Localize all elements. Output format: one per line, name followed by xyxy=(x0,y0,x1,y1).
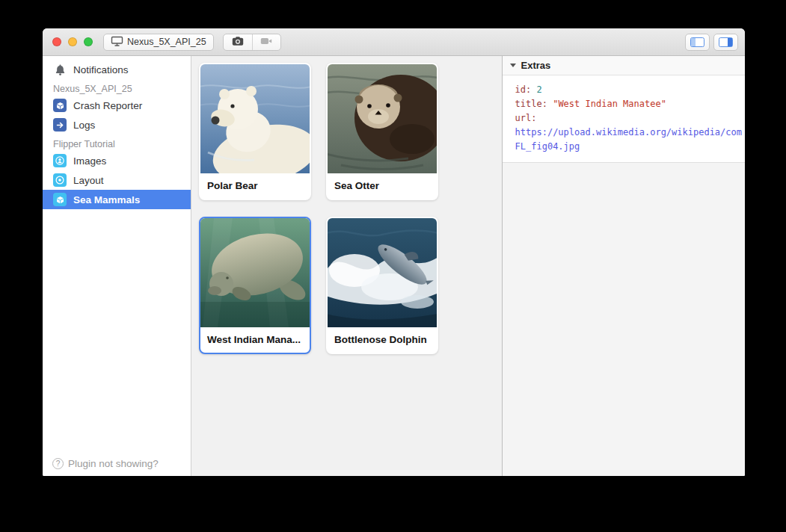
device-selector-label: Nexus_5X_API_25 xyxy=(127,37,206,47)
extras-title: Extras xyxy=(521,60,551,71)
card-west-indian-manatee[interactable]: West Indian Mana... xyxy=(199,217,311,354)
window-controls xyxy=(52,37,93,46)
json-line-title: title: "West Indian Manatee" xyxy=(515,97,742,111)
minimize-button[interactable] xyxy=(68,37,77,46)
window-content: Notifications Nexus_5X_API_25 Crash Repo… xyxy=(43,56,745,476)
titlebar: Nexus_5X_API_25 xyxy=(43,28,745,56)
device-selector-button[interactable]: Nexus_5X_API_25 xyxy=(103,34,214,51)
panel-toggles xyxy=(685,34,738,51)
card-sea-otter[interactable]: Sea Otter xyxy=(326,63,438,200)
card-title: Bottlenose Dolphin xyxy=(328,327,437,353)
bell-icon xyxy=(53,63,67,76)
plugin-not-showing-label: Plugin not showing? xyxy=(68,458,159,469)
screenshot-button[interactable] xyxy=(224,34,252,50)
manatee-photo xyxy=(200,218,310,327)
sidebar-item-label: Notifications xyxy=(73,64,129,75)
card-polar-bear[interactable]: Polar Bear xyxy=(199,63,311,200)
sidebar-item-notifications[interactable]: Notifications xyxy=(43,60,191,79)
extras-json-view: id: 2 title: "West Indian Manatee" url: … xyxy=(503,75,745,163)
card-title: West Indian Mana... xyxy=(200,327,310,353)
cube-icon xyxy=(53,193,67,206)
sidebar-item-label: Logs xyxy=(73,120,95,131)
left-panel-toggle-icon xyxy=(690,37,704,47)
json-line-url-value: https://upload.wikimedia.org/wikipedia/c… xyxy=(515,126,742,140)
card-title: Sea Otter xyxy=(328,173,437,199)
json-line-id: id: 2 xyxy=(515,83,742,97)
user-circle-icon xyxy=(53,154,67,167)
plugin-sidebar: Notifications Nexus_5X_API_25 Crash Repo… xyxy=(43,56,191,476)
sea-otter-photo xyxy=(328,64,437,173)
sidebar-section-app: Flipper Tutorial xyxy=(43,134,191,151)
sidebar-item-sea-mammals[interactable]: Sea Mammals xyxy=(43,190,191,209)
right-panel-toggle-icon xyxy=(719,37,733,47)
toggle-right-sidebar-button[interactable] xyxy=(713,34,738,51)
help-circle-icon xyxy=(52,458,64,469)
sidebar-item-label: Layout xyxy=(73,175,104,186)
target-icon xyxy=(53,173,67,187)
monitor-icon xyxy=(111,36,123,49)
sidebar-section-device: Nexus_5X_API_25 xyxy=(43,79,191,96)
polar-bear-photo xyxy=(200,64,310,173)
capture-button-group xyxy=(223,34,281,51)
close-button[interactable] xyxy=(52,37,61,46)
extras-panel: Extras id: 2 title: "West Indian Manatee… xyxy=(502,56,745,476)
json-line-url-key: url: xyxy=(515,111,742,126)
cube-icon xyxy=(53,99,67,112)
sidebar-item-label: Images xyxy=(73,155,106,167)
sidebar-item-crash-reporter[interactable]: Crash Reporter xyxy=(43,96,191,115)
video-camera-icon xyxy=(260,36,273,49)
sidebar-item-images[interactable]: Images xyxy=(43,151,191,170)
flipper-window: Nexus_5X_API_25 xyxy=(43,28,745,476)
arrow-right-icon xyxy=(53,118,67,132)
toggle-left-sidebar-button[interactable] xyxy=(685,34,710,51)
card-title: Polar Bear xyxy=(200,173,310,199)
sidebar-item-label: Sea Mammals xyxy=(73,194,140,205)
zoom-button[interactable] xyxy=(84,37,93,46)
plugin-not-showing-link[interactable]: Plugin not showing? xyxy=(52,458,159,469)
sidebar-item-label: Crash Reporter xyxy=(73,100,142,111)
record-video-button[interactable] xyxy=(252,34,280,50)
camera-icon xyxy=(231,35,245,49)
json-line-url-value-2: FL_fig04.jpg xyxy=(515,140,742,154)
dolphin-photo xyxy=(328,218,437,327)
sea-mammals-card-grid: Polar Bear xyxy=(191,56,502,476)
card-bottlenose-dolphin[interactable]: Bottlenose Dolphin xyxy=(326,217,438,354)
sidebar-item-layout[interactable]: Layout xyxy=(43,170,191,190)
extras-section-header[interactable]: Extras xyxy=(503,56,745,75)
sidebar-item-logs[interactable]: Logs xyxy=(43,115,191,134)
extras-empty-area xyxy=(503,163,745,476)
disclosure-triangle-icon xyxy=(510,64,516,67)
